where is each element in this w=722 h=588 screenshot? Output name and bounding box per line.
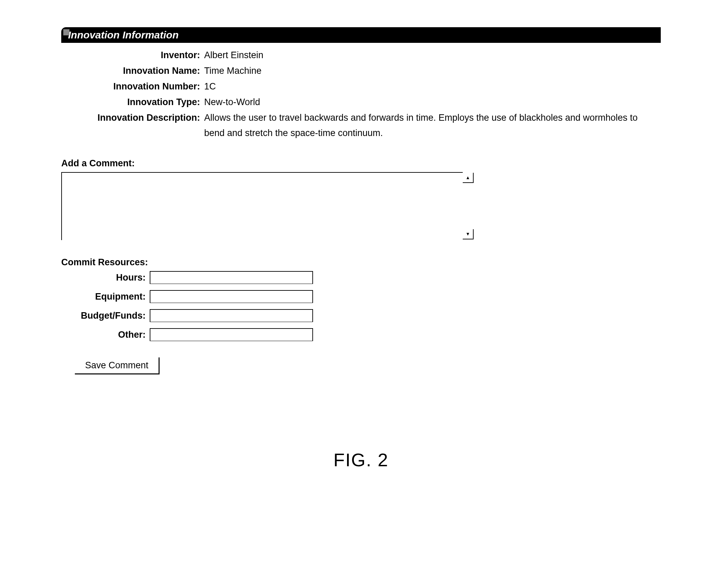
budget-input[interactable] (150, 309, 313, 322)
hours-input[interactable] (150, 271, 313, 284)
resource-row-equipment: Equipment: (61, 290, 661, 303)
budget-label: Budget/Funds: (61, 310, 150, 321)
chevron-down-icon: ▾ (466, 231, 469, 237)
resource-row-other: Other: (61, 328, 661, 341)
innovation-number-value: 1C (204, 79, 661, 95)
info-row-name: Innovation Name: Time Machine (61, 63, 661, 79)
info-row-description: Innovation Description: Allows the user … (61, 110, 661, 141)
figure-label: FIG. 2 (61, 449, 661, 470)
info-row-number: Innovation Number: 1C (61, 79, 661, 95)
save-comment-button[interactable]: Save Comment (75, 357, 160, 374)
other-label: Other: (61, 330, 150, 340)
other-input[interactable] (150, 328, 313, 341)
resource-row-budget: Budget/Funds: (61, 309, 661, 322)
header-bar: Innovation Information (61, 27, 661, 43)
info-row-type: Innovation Type: New-to-World (61, 95, 661, 110)
equipment-label: Equipment: (61, 291, 150, 302)
header-title: Innovation Information (68, 29, 179, 40)
hours-label: Hours: (61, 272, 150, 283)
scroll-up-button[interactable]: ▴ (463, 173, 474, 183)
comment-box-container: ▴ ▾ (61, 172, 661, 240)
innovation-description-label: Innovation Description: (61, 110, 204, 126)
innovation-type-value: New-to-World (204, 95, 661, 110)
innovation-number-label: Innovation Number: (61, 79, 204, 95)
add-comment-title: Add a Comment: (61, 158, 661, 169)
innovation-type-label: Innovation Type: (61, 95, 204, 110)
inventor-value: Albert Einstein (204, 48, 661, 63)
inventor-label: Inventor: (61, 48, 204, 63)
comment-textarea[interactable] (61, 172, 463, 240)
info-row-inventor: Inventor: Albert Einstein (61, 48, 661, 63)
equipment-input[interactable] (150, 290, 313, 303)
chevron-up-icon: ▴ (466, 175, 469, 180)
resource-row-hours: Hours: (61, 271, 661, 284)
scroll-down-button[interactable]: ▾ (463, 229, 474, 239)
comment-scrollbar: ▴ ▾ (463, 172, 474, 240)
resources-block: Hours: Equipment: Budget/Funds: Other: (61, 271, 661, 341)
commit-resources-title: Commit Resources: (61, 257, 661, 268)
innovation-name-value: Time Machine (204, 63, 661, 79)
innovation-name-label: Innovation Name: (61, 63, 204, 79)
innovation-description-value: Allows the user to travel backwards and … (204, 110, 661, 141)
innovation-info: Inventor: Albert Einstein Innovation Nam… (61, 48, 661, 141)
